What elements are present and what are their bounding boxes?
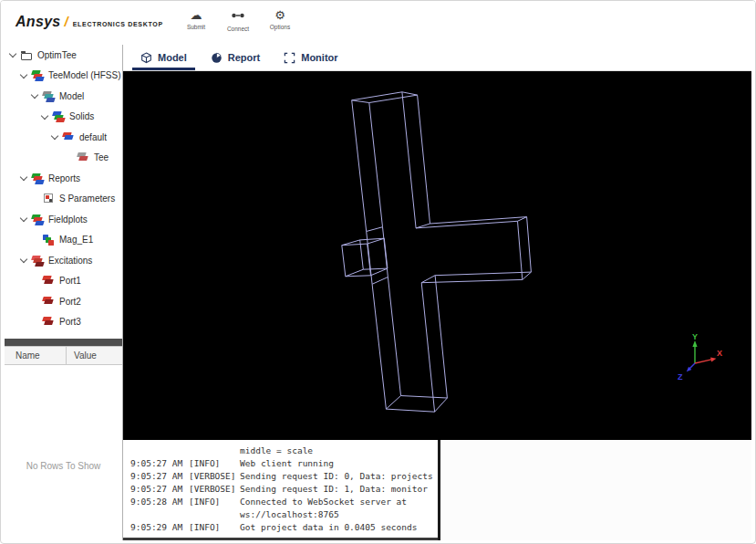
hfss-design-icon <box>31 69 45 81</box>
log-time: 9:05:29 AM <box>130 522 189 532</box>
log-level: [INFO] <box>189 497 240 507</box>
tree-item-port3[interactable]: Port3 <box>5 312 122 333</box>
tree-item-label: TeeModel (HFSS) <box>48 70 120 80</box>
chevron-down-icon[interactable] <box>10 53 20 57</box>
port-icon <box>42 316 56 328</box>
properties-header: Name Value <box>5 346 122 365</box>
tab-label: Model <box>158 52 187 63</box>
submit-label: Submit <box>187 24 205 30</box>
connect-label: Connect <box>227 26 249 32</box>
tree-item-teemodel[interactable]: TeeModel (HFSS) <box>5 66 122 87</box>
tab-label: Report <box>228 52 260 63</box>
tree-item-label: default <box>79 132 107 142</box>
axis-triad: Y X Z <box>669 334 724 389</box>
log-level: [INFO] <box>189 522 240 532</box>
port-icon <box>42 296 56 308</box>
chevron-down-icon[interactable] <box>32 94 42 98</box>
product-text: ELECTRONICS DESKTOP <box>73 21 163 27</box>
options-label: Options <box>270 24 290 30</box>
tree-item-label: Port3 <box>59 317 81 327</box>
chevron-down-icon[interactable] <box>42 115 52 119</box>
console-right-pane <box>440 440 751 540</box>
column-value: Value <box>67 347 97 364</box>
console-log: middle = scale 9:05:27 AM [INFO] Web cli… <box>123 440 438 540</box>
folder-icon <box>20 49 34 61</box>
tree-scrollbar[interactable] <box>5 339 122 346</box>
tab-report[interactable]: Report <box>199 45 272 70</box>
tree-item-solids[interactable]: Solids <box>5 107 122 128</box>
tree-item-label: Port2 <box>59 297 81 307</box>
chevron-down-icon[interactable] <box>52 135 62 139</box>
log-message: middle = scale <box>240 445 438 455</box>
tree-item-label: Reports <box>48 173 80 183</box>
log-line: 9:05:29 AM [INFO] Got project data in 0.… <box>130 520 438 533</box>
axis-x-label: X <box>717 349 722 358</box>
tab-model[interactable]: Model <box>129 45 199 70</box>
tree-item-port2[interactable]: Port2 <box>5 291 122 312</box>
log-message: Web client running <box>240 458 438 468</box>
frame-corners-icon <box>284 52 295 64</box>
chevron-down-icon[interactable] <box>21 176 31 180</box>
log-message: Got project data in 0.0405 seconds <box>240 522 438 532</box>
log-line: 9:05:28 AM [INFO] Connected to WebSocket… <box>130 495 438 507</box>
tree-item-label: Mag_E1 <box>59 235 93 245</box>
tree-item-fieldplots[interactable]: Fieldplots <box>5 209 122 230</box>
model-viewport[interactable]: Y X Z <box>123 71 751 440</box>
cube-icon <box>140 52 152 64</box>
pie-chart-icon <box>211 52 223 64</box>
log-line: 9:05:27 AM [VERBOSE] Sending request ID:… <box>130 482 438 495</box>
header: Ansys / ELECTRONICS DESKTOP ☁ Submit Con… <box>1 1 755 45</box>
submit-button[interactable]: ☁ Submit <box>180 8 212 32</box>
fieldplots-icon <box>31 214 45 225</box>
tree-item-s-parameters[interactable]: S Parameters <box>5 189 122 210</box>
tree-item-label: Fieldplots <box>48 214 88 225</box>
ansys-electronics-desktop-app: Ansys / ELECTRONICS DESKTOP ☁ Submit Con… <box>0 0 756 544</box>
log-time: 9:05:27 AM <box>130 471 189 481</box>
excitations-icon <box>31 255 45 267</box>
connect-button[interactable]: Connect <box>222 8 254 32</box>
tree-item-tee[interactable]: Tee <box>5 148 122 169</box>
wireframe-canvas[interactable] <box>123 71 751 440</box>
tree-item-label: OptimTee <box>37 50 77 60</box>
model-icon <box>42 90 56 102</box>
log-time: 9:05:27 AM <box>130 484 189 494</box>
log-line: middle = scale <box>130 444 438 456</box>
chevron-down-icon[interactable] <box>21 258 31 262</box>
tab-monitor[interactable]: Monitor <box>272 45 349 70</box>
tab-label: Monitor <box>301 52 337 63</box>
console-horizontal-scrollbar[interactable] <box>123 538 438 540</box>
tree-item-label: Model <box>59 91 84 101</box>
log-message: ws://localhost:8765 <box>240 509 438 519</box>
cloud-icon: ☁ <box>191 8 202 23</box>
options-button[interactable]: ⚙ Options <box>264 8 296 32</box>
tree-item-default[interactable]: default <box>5 127 122 148</box>
log-time: 9:05:27 AM <box>130 458 189 468</box>
tree-item-reports[interactable]: Reports <box>5 168 122 189</box>
log-line: 9:05:27 AM [INFO] Web client running <box>130 456 438 469</box>
view-tabbar: Model Report Monitor <box>123 45 751 71</box>
column-name: Name <box>5 347 67 364</box>
tree-item-label: Port1 <box>59 276 81 286</box>
tree-item-excitations[interactable]: Excitations <box>5 250 122 271</box>
project-tree: OptimTee TeeModel (HFSS) Model Solids <box>5 45 122 339</box>
chevron-down-icon[interactable] <box>21 74 31 78</box>
gear-icon: ⚙ <box>274 8 285 23</box>
header-toolbar: ☁ Submit Connect ⚙ Options <box>180 8 296 32</box>
chevron-down-icon[interactable] <box>21 217 31 221</box>
tree-item-mag-e1[interactable]: Mag_E1 <box>5 230 122 251</box>
properties-empty-text: No Rows To Show <box>5 365 122 540</box>
solids-icon <box>52 110 66 122</box>
s-parameters-icon <box>42 193 56 204</box>
log-message: Sending request ID: 1, Data: monitor <box>240 484 438 494</box>
log-line: 9:05:27 AM [VERBOSE] Sending request ID:… <box>130 469 438 482</box>
axis-y-label: Y <box>692 334 698 341</box>
log-message: Sending request ID: 0, Data: projects <box>240 471 438 481</box>
connect-icon <box>231 8 245 25</box>
tree-item-model[interactable]: Model <box>5 86 122 107</box>
material-icon <box>62 131 76 143</box>
tree-item-label: Excitations <box>48 256 92 266</box>
tree-item-label: Solids <box>69 111 94 121</box>
tree-item-port1[interactable]: Port1 <box>5 271 122 292</box>
port-icon <box>42 275 56 287</box>
tree-item-optimtee[interactable]: OptimTee <box>5 45 122 66</box>
